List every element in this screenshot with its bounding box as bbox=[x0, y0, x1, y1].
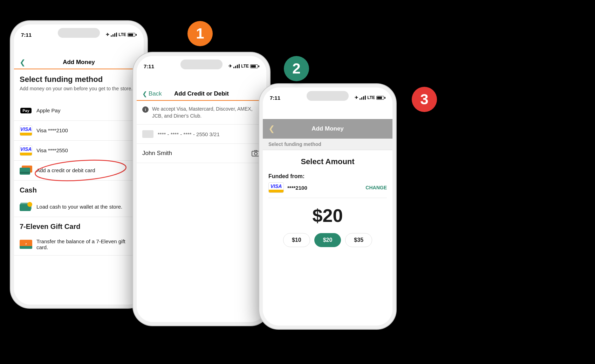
phone1-screen: ❮ Add Money Select funding method Add mo… bbox=[14, 56, 144, 304]
phone1-section-subtitle: Add money on your own before you get to … bbox=[20, 85, 138, 92]
battery-icon bbox=[128, 33, 137, 37]
signal-icon2 bbox=[233, 64, 240, 68]
phone3-back-btn[interactable]: ❮ bbox=[268, 124, 275, 133]
phone2-back-btn[interactable]: ❮ Back bbox=[142, 90, 162, 98]
phone1-notch bbox=[58, 28, 100, 38]
phone2-time: 7:11 bbox=[144, 63, 154, 69]
funded-label: Funded from: bbox=[268, 173, 387, 180]
phone3-nav-title: Add Money bbox=[312, 125, 344, 132]
info-text: We accept Visa, Mastercard, Discover, AM… bbox=[152, 106, 261, 119]
step-badge-3: 3 bbox=[412, 87, 437, 112]
phone2-notch bbox=[180, 59, 223, 69]
svg-rect-1 bbox=[252, 151, 260, 156]
load-cash-item[interactable]: Load cash to your wallet at the store. bbox=[14, 197, 144, 217]
cardholder-field[interactable]: John Smith bbox=[137, 144, 266, 163]
apple-pay-label: Apple Pay bbox=[36, 107, 60, 113]
visa-2550-label: Visa ****2550 bbox=[36, 147, 68, 153]
card-number-field[interactable]: **** - **** - **** - 2550 3/21 bbox=[137, 125, 266, 144]
visa-2100-icon: VISA bbox=[20, 126, 32, 135]
funded-visa-icon: VISA bbox=[268, 182, 284, 193]
phone1-time: 7:11 bbox=[21, 32, 32, 38]
amount-display: $20 bbox=[268, 205, 387, 226]
cash-section-title: Cash bbox=[14, 181, 144, 197]
funded-card-row: VISA ****2100 CHANGE bbox=[268, 182, 387, 198]
visa-2550-item[interactable]: VISA Visa ****2550 bbox=[14, 141, 144, 161]
gift-card-item[interactable]: 7 Transfer the balance of a 7-Eleven gif… bbox=[14, 233, 144, 255]
cash-icon bbox=[20, 202, 32, 212]
phone1-section-title: Select funding method bbox=[20, 75, 138, 84]
battery-icon3 bbox=[376, 96, 385, 100]
card-placeholder-icon bbox=[142, 130, 153, 138]
add-card-container: Add a credit or debit card bbox=[14, 161, 144, 181]
phone3-section-partial: Select funding method bbox=[263, 139, 392, 150]
gift-card-section-title: 7-Eleven Gift Card bbox=[14, 217, 144, 233]
apple-pay-item[interactable]: Pay Apple Pay bbox=[14, 101, 144, 121]
phone2-back-label: Back bbox=[149, 90, 162, 97]
phone2-nav: ❮ Back Add Credit or Debit bbox=[137, 88, 266, 101]
phone3-notch bbox=[307, 91, 349, 101]
amount-10[interactable]: $10 bbox=[283, 233, 310, 247]
phone3-top-bar: ❮ Add Money bbox=[263, 119, 392, 139]
phone3-amount-section: Select Amount Funded from: VISA ****2100… bbox=[263, 150, 392, 254]
phone1-funding-section: Select funding method Add money on your … bbox=[14, 69, 144, 101]
phone3-status-icons: ✈ LTE bbox=[355, 95, 385, 100]
wifi-icon: ✈ bbox=[106, 32, 109, 37]
funded-card-number: ****2100 bbox=[287, 185, 307, 191]
phone1-nav: ❮ Add Money bbox=[14, 56, 144, 69]
amount-20[interactable]: $20 bbox=[314, 233, 341, 247]
visa-2550-icon: VISA bbox=[20, 146, 32, 155]
phone2-status-icons: ✈ LTE bbox=[228, 64, 259, 69]
amount-options: $10 $20 $35 bbox=[268, 233, 387, 247]
phone3-time: 7:11 bbox=[270, 95, 280, 101]
signal-icon3 bbox=[360, 96, 366, 100]
visa-2100-item[interactable]: VISA Visa ****2100 bbox=[14, 121, 144, 141]
phone1-back-btn[interactable]: ❮ bbox=[20, 58, 26, 66]
phone-3: 7:11 ✈ LTE ❮ Add Money bbox=[259, 84, 396, 329]
phone-1: 7:11 ✈ LTE ❮ Add Money bbox=[11, 21, 147, 308]
step-badge-1: 1 bbox=[187, 21, 213, 46]
phone2-nav-title: Add Credit or Debit bbox=[174, 90, 229, 97]
card-number-value: **** - **** - **** - 2550 3/21 bbox=[158, 131, 261, 137]
funded-from-section: Funded from: VISA ****2100 CHANGE bbox=[268, 173, 387, 198]
info-icon: i bbox=[142, 106, 149, 113]
phone-2: 7:11 ✈ LTE ❮ B bbox=[133, 52, 270, 326]
step-badge-2: 2 bbox=[284, 56, 309, 81]
phone1-status-icons: ✈ LTE bbox=[106, 32, 137, 37]
visa-2100-label: Visa ****2100 bbox=[36, 127, 68, 133]
gift-card-label: Transfer the balance of a 7-Eleven gift … bbox=[36, 238, 138, 250]
wifi-icon2: ✈ bbox=[228, 64, 232, 69]
battery-icon2 bbox=[250, 64, 259, 68]
cardholder-name-value: John Smith bbox=[142, 150, 251, 157]
phone2-screen: ❮ Back Add Credit or Debit i We accept V… bbox=[137, 88, 266, 322]
add-card-label: Add a credit or debit card bbox=[36, 167, 95, 173]
info-banner: i We accept Visa, Mastercard, Discover, … bbox=[137, 101, 266, 125]
wifi-icon3: ✈ bbox=[355, 95, 358, 100]
add-card-icon bbox=[20, 166, 32, 175]
phone3-screen: ❮ Add Money Select funding method Select… bbox=[263, 119, 392, 326]
lte-icon3: LTE bbox=[367, 95, 375, 100]
apple-pay-icon: Pay bbox=[20, 106, 32, 115]
load-cash-label: Load cash to your wallet at the store. bbox=[36, 204, 122, 210]
lte-icon: LTE bbox=[118, 32, 126, 37]
change-button[interactable]: CHANGE bbox=[365, 185, 387, 190]
lte-icon2: LTE bbox=[241, 64, 249, 69]
signal-icon bbox=[111, 33, 117, 37]
amount-35[interactable]: $35 bbox=[345, 233, 372, 247]
select-amount-title: Select Amount bbox=[268, 157, 387, 166]
svg-point-2 bbox=[254, 152, 257, 155]
add-card-item[interactable]: Add a credit or debit card bbox=[14, 161, 144, 181]
phone1-nav-title: Add Money bbox=[63, 59, 95, 66]
gift-card-icon: 7 bbox=[20, 239, 32, 249]
